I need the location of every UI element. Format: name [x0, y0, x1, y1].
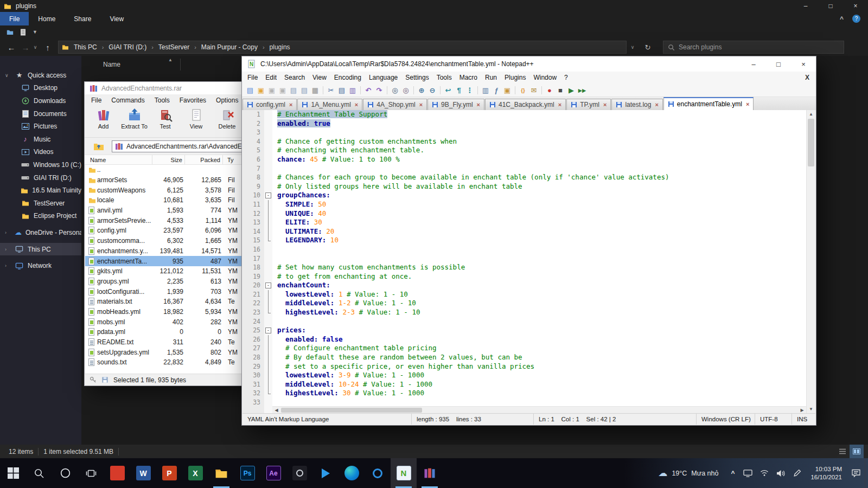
npp-menu-macro[interactable]: Macro	[456, 74, 481, 81]
explorer-close-button[interactable]: ×	[843, 0, 868, 12]
excel-taskbar-button[interactable]: X	[182, 458, 208, 488]
code-text[interactable]: # set to a specific price, or even highe…	[272, 362, 806, 371]
npp-menu-encoding[interactable]: Encoding	[330, 74, 365, 81]
ribbon-tab-share[interactable]: Share	[65, 12, 100, 25]
code-text[interactable]: SIMPLE: 50	[272, 200, 806, 209]
winrar-menu-commands[interactable]: Commands	[106, 97, 149, 104]
photoshop-taskbar-button[interactable]: Ps	[234, 458, 260, 488]
save-all-icon[interactable]: ▣	[277, 85, 288, 95]
tab-tp-yml[interactable]: TP.yml×	[566, 99, 611, 110]
column-divider[interactable]	[180, 59, 181, 70]
code-text[interactable]: groupChances:	[272, 191, 806, 200]
npp-menu-tools[interactable]: Tools	[433, 74, 456, 81]
weather-widget[interactable]: ☁ 19°C Mưa nhỏ	[650, 458, 726, 488]
sidebar-item-downloads[interactable]: Downloads	[0, 94, 81, 107]
winrar-menu-file[interactable]: File	[86, 97, 106, 104]
taskbar-clock[interactable]: 10:03 PM 16/10/2021	[805, 465, 847, 481]
recent-locations-chevron-icon[interactable]: ∨	[31, 38, 39, 56]
npp-menu-language[interactable]: Language	[365, 74, 401, 81]
tray-volume-icon[interactable]	[773, 458, 789, 488]
horizontal-scrollbar[interactable]: ◀ ▶	[272, 406, 806, 413]
replace-icon[interactable]: ◎	[400, 85, 411, 95]
breadcrumb-testserver[interactable]: TestServer	[154, 43, 194, 51]
close-doc-icon[interactable]: ▤	[288, 85, 299, 95]
tab-config-yml[interactable]: config.yml×	[242, 99, 297, 110]
vertical-scrollbar[interactable]: ▲ ▼	[806, 110, 815, 413]
code-text[interactable]: lowestLevel: 1 # Value: 1 - 10	[272, 290, 806, 299]
code-text[interactable]: # Chances for each group to become avail…	[272, 173, 806, 182]
ribbon-tab-file[interactable]: File	[0, 12, 29, 25]
word-taskbar-button[interactable]: W	[130, 458, 156, 488]
sidebar-item-this-pc[interactable]: ›This PC	[0, 243, 81, 256]
npp-menu-run[interactable]: Run	[481, 74, 501, 81]
fold-collapse-icon[interactable]: -	[265, 282, 271, 288]
zoom-in-icon[interactable]: ⊕	[416, 85, 427, 95]
column-header-name[interactable]: Name	[103, 61, 120, 68]
ribbon-expand-icon[interactable]: ^	[840, 15, 844, 23]
indent-guide-icon[interactable]: ⋮	[464, 85, 475, 95]
plugin-mime-icon[interactable]: ✉	[528, 85, 539, 95]
refresh-icon[interactable]: ↻	[641, 38, 654, 56]
tab-9b-fly-yml[interactable]: 9B_Fly.yml×	[427, 99, 484, 110]
ribbon-tab-home[interactable]: Home	[29, 12, 65, 25]
tab-enchantmenttable-yml[interactable]: enchantmentTable.yml×	[663, 97, 754, 110]
code-text[interactable]: UNIQUE: 40	[272, 209, 806, 219]
breadcrumb-this-pc[interactable]: This PC	[69, 43, 102, 51]
tab-close-icon[interactable]: ×	[355, 101, 358, 108]
sidebar-item-onedrive-personal[interactable]: ›☁OneDrive - Personal	[0, 226, 81, 239]
expander-right-icon[interactable]: ›	[5, 263, 7, 268]
folder-up-button[interactable]	[92, 140, 106, 152]
tab-4a-shop-yml[interactable]: 4A_Shop.yml×	[363, 99, 427, 110]
fold-collapse-icon[interactable]: -	[265, 192, 271, 198]
tray-pen-icon[interactable]	[789, 458, 805, 488]
sidebar-item-testserver[interactable]: TestServer	[0, 197, 81, 210]
plugin-json-icon[interactable]: {}	[518, 85, 528, 95]
cut-icon[interactable]: ✂	[326, 85, 336, 95]
code-text[interactable]	[272, 254, 806, 264]
npp-minimize-button[interactable]: –	[741, 56, 766, 72]
npp-menu-settings[interactable]: Settings	[401, 74, 432, 81]
code-text[interactable]: highestLevel: 2-3 # Value: 1 - 10	[272, 308, 806, 317]
function-list-icon[interactable]: ƒ	[491, 85, 502, 95]
tray-display-icon[interactable]	[739, 458, 756, 488]
expander-right-icon[interactable]: ›	[5, 247, 7, 252]
find-icon[interactable]: ◎	[390, 85, 400, 95]
hidden-icons-chevron-icon[interactable]: ^	[726, 470, 739, 477]
code-text[interactable]: chance: 45 # Value: 1 to 100 %	[272, 155, 806, 164]
undo-icon[interactable]: ↶	[363, 85, 374, 95]
code-text[interactable]: # Configure enchantment table pricing	[272, 344, 806, 353]
tray-network-icon[interactable]	[756, 458, 773, 488]
winrar-extract-to-button[interactable]: Extract To	[119, 106, 150, 137]
code-text[interactable]: # Only listed groups here will be availa…	[272, 182, 806, 191]
code-text[interactable]: # Enchantment Table Support	[272, 110, 806, 119]
tab-1a-menu-yml[interactable]: 1A_Menu.yml×	[297, 99, 362, 110]
breadcrumb-plugins[interactable]: plugins	[265, 43, 295, 51]
app-red-taskbar-button[interactable]	[104, 458, 130, 488]
code-text[interactable]	[272, 317, 806, 326]
tab-close-icon[interactable]: ×	[558, 101, 561, 108]
code-text[interactable]	[272, 128, 806, 137]
qat-folder-icon[interactable]	[7, 29, 14, 35]
action-center-icon[interactable]	[847, 458, 865, 488]
show-desktop-button[interactable]	[865, 458, 868, 488]
tab-close-icon[interactable]: ×	[289, 101, 292, 108]
qat-file-icon[interactable]	[20, 29, 26, 36]
search-input[interactable]	[679, 43, 831, 51]
winrar-test-button[interactable]: Test	[150, 106, 181, 137]
sidebar-item-windows-10-c[interactable]: Windows 10 (C:)	[0, 158, 81, 171]
breadcrumb-giai-tri-d[interactable]: GIAI TRI (D:)	[104, 43, 151, 51]
column-header-size[interactable]: Size	[152, 155, 185, 164]
code-text[interactable]: enchantCount:	[272, 281, 806, 290]
npp-menu-[interactable]: ?	[560, 74, 572, 81]
help-icon[interactable]: ?	[852, 15, 860, 23]
record-macro-icon[interactable]: ●	[544, 85, 555, 95]
powerpoint-taskbar-button[interactable]: P	[156, 458, 182, 488]
address-dropdown-icon[interactable]: ∨	[628, 38, 637, 56]
winrar-menu-favorites[interactable]: Favorites	[175, 97, 211, 104]
word-wrap-icon[interactable]: ↩	[443, 85, 454, 95]
stop-macro-icon[interactable]: ■	[555, 85, 566, 95]
tab-close-icon[interactable]: ×	[746, 101, 749, 107]
npp-menu-file[interactable]: File	[244, 74, 261, 81]
copy-icon[interactable]: ▤	[336, 85, 347, 95]
scroll-down-icon[interactable]: ▼	[807, 405, 815, 413]
